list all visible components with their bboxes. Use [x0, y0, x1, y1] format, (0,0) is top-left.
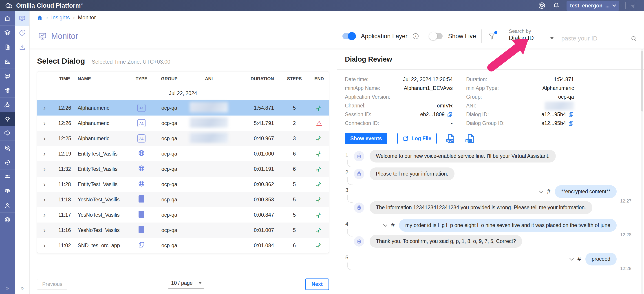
next-page-button[interactable]: Next [305, 278, 329, 290]
primary-sidebar: » [0, 11, 15, 294]
table-row[interactable]: › 12:26 Alphanumeric A1 ocp-qa 5:41.791 … [37, 116, 329, 131]
panel-divider [337, 69, 644, 70]
settings-gear-icon[interactable] [538, 2, 546, 10]
breadcrumb-insights-link[interactable]: Insights [51, 14, 70, 21]
sidebar-item-conversations[interactable] [0, 69, 15, 83]
sidebar-item-account[interactable] [0, 198, 15, 213]
sidebar-item-network[interactable] [0, 98, 15, 112]
call-error-icon: ⚠ [316, 120, 322, 127]
sidebar-item-downloads[interactable] [15, 40, 30, 54]
select-dialog-panel: Select Dialog Selected Time Zone: UTC+03… [30, 49, 337, 294]
application-layer-toggle[interactable] [342, 33, 356, 39]
row-expand-icon[interactable]: › [37, 150, 52, 157]
copy-icon[interactable] [568, 120, 574, 126]
date-separator: Jul 22, 2024 [37, 86, 329, 100]
bot-message: Welcome to our new voice-enabled service… [370, 150, 556, 162]
notifications-bell-icon[interactable] [552, 2, 560, 10]
info-icon[interactable]: i [413, 33, 418, 39]
ani-redacted [190, 102, 228, 112]
sidebar-item-layers[interactable] [0, 26, 15, 40]
table-row[interactable]: › 11:16 YesNoTest_Vasilis ocp-qa 0:01.00… [37, 222, 329, 238]
call-ended-icon: ✂ [314, 210, 324, 220]
table-row[interactable]: › 11:18 YesNoTest_Vasilis ocp-qa 0:00.85… [37, 192, 329, 207]
sidebar-item-design[interactable] [0, 54, 15, 69]
call-ended-icon: ✂ [314, 195, 324, 204]
omilia-cloud-logo-icon [5, 3, 13, 9]
sidebar-item-monitor[interactable] [15, 11, 30, 26]
type-entity-icon [138, 180, 145, 187]
sidebar-item-reports-pie[interactable] [15, 26, 30, 40]
filter-funnel-icon[interactable] [487, 32, 496, 41]
user-message: proceed [586, 253, 616, 265]
transcript-step: 3 # **encrypted content** 12:27 [345, 185, 632, 214]
expand-step-icon[interactable] [570, 256, 574, 260]
table-row[interactable]: › 11:28 EntityTest_Vasilis ocp-qa 0:00.8… [37, 177, 329, 192]
anchor-hash-icon[interactable]: # [578, 255, 581, 262]
dialog-actions: Show events Log File JSON RTF [345, 133, 632, 144]
row-expand-icon[interactable]: › [37, 105, 52, 111]
table-row[interactable]: › 12:19 EntityTest_Vasilis ocp-qa 0:01.0… [37, 146, 329, 161]
row-expand-icon[interactable]: › [37, 120, 52, 127]
row-expand-icon[interactable]: › [37, 135, 52, 142]
show-events-button[interactable]: Show events [345, 133, 387, 144]
row-expand-icon[interactable]: › [37, 166, 52, 172]
type-alphanumeric-icon: A1 [138, 119, 146, 127]
anchor-hash-icon[interactable]: # [391, 222, 394, 229]
copy-icon[interactable] [568, 112, 574, 118]
download-rtf-icon[interactable]: RTF [466, 133, 476, 144]
bot-avatar-icon [354, 151, 364, 161]
expand-step-icon[interactable] [539, 189, 543, 193]
tenant-selector[interactable]: test_energon_... [566, 1, 619, 11]
row-expand-icon[interactable]: › [37, 227, 52, 233]
table-row[interactable]: › 11:02 SND_tes_orc_app ocp-qa 0:01.084 … [37, 238, 329, 253]
sidebar-item-cloud-services[interactable] [0, 126, 15, 141]
type-alphanumeric-icon: A1 [138, 134, 146, 143]
page-size-select[interactable]: 10 / page [168, 280, 205, 288]
previous-page-button[interactable]: Previous [37, 279, 67, 290]
log-file-button[interactable]: Log File [397, 133, 437, 144]
table-row[interactable]: › 12:26 Alphanumeric A1 ocp-qa 1:54.871 … [37, 100, 329, 116]
bot-avatar-icon [354, 169, 364, 179]
row-expand-icon[interactable]: › [37, 211, 52, 218]
sidebar-item-home[interactable] [0, 11, 15, 26]
thread-connector [347, 160, 352, 167]
select-dialog-title: Select Dialog [37, 57, 85, 65]
table-row[interactable]: › 11:17 YesNoTest_Vasilis ocp-qa 0:00.84… [37, 207, 329, 222]
download-json-icon[interactable]: JSON [446, 133, 456, 144]
sidebar-item-support[interactable] [0, 213, 15, 227]
sidebar-item-sliders[interactable] [0, 83, 15, 98]
table-row[interactable]: › 12:25 Alphanumeric A1 ocp-qa 0:40.967 … [37, 131, 329, 146]
sidebar-item-integrations[interactable] [0, 169, 15, 184]
sidebar-item-compliance-scales[interactable] [0, 184, 15, 198]
user-avatar [621, 187, 632, 197]
search-by-group: Search by Dialog ID [509, 28, 637, 44]
anchor-hash-icon[interactable]: # [547, 188, 550, 195]
sidebar-item-gear-search[interactable] [0, 141, 15, 155]
row-expand-icon[interactable]: › [37, 196, 52, 203]
scrollbar[interactable] [641, 49, 643, 294]
step-number: 3 [345, 187, 348, 193]
bot-avatar-icon [354, 236, 364, 246]
sidebar-collapse-icon[interactable]: » [0, 282, 15, 294]
transcript-step: 2 Please tell me your information. [345, 167, 632, 180]
row-expand-icon[interactable]: › [37, 181, 52, 188]
breadcrumb-separator: › [73, 14, 75, 21]
header-divider [502, 30, 502, 43]
secondary-collapse-icon[interactable]: » [15, 282, 30, 294]
search-icon[interactable] [630, 35, 637, 42]
table-row[interactable]: › 11:32 EntityTest_Vasilis ocp-qa 0:01.1… [37, 161, 329, 177]
search-id-input[interactable] [561, 35, 629, 42]
breadcrumb-home-icon[interactable] [37, 15, 43, 21]
secondary-sidebar: » [15, 11, 30, 294]
header-divider [482, 30, 482, 43]
search-type-select[interactable]: Dialog ID [509, 35, 554, 44]
copy-icon[interactable] [447, 112, 453, 118]
sidebar-item-insights[interactable] [0, 112, 15, 126]
call-ended-icon: ✂ [314, 225, 324, 235]
expand-step-icon[interactable] [383, 222, 387, 227]
sidebar-item-package[interactable] [0, 40, 15, 54]
sidebar-item-certification[interactable] [0, 155, 15, 169]
user-message: **encrypted content** [555, 185, 616, 198]
row-expand-icon[interactable]: › [37, 242, 52, 249]
show-live-toggle[interactable] [430, 33, 442, 39]
